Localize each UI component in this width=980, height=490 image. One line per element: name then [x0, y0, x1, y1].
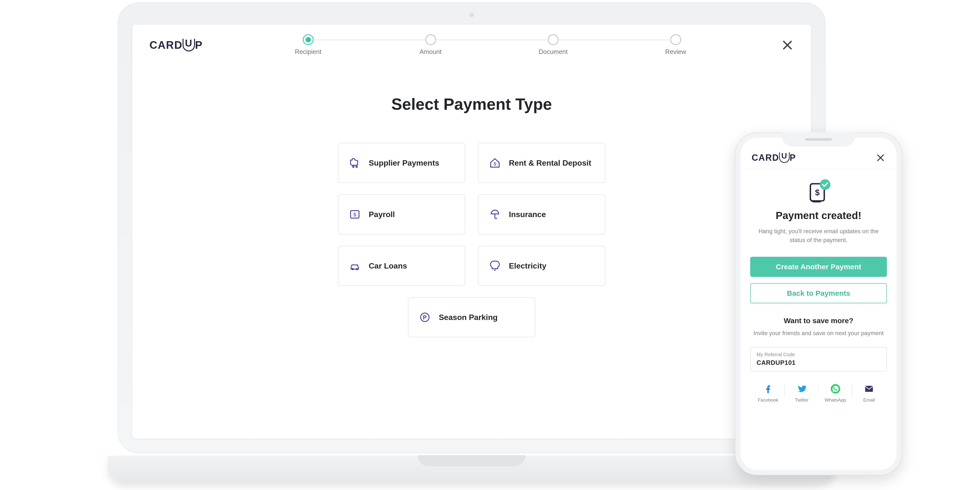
create-another-payment-button[interactable]: Create Another Payment — [750, 257, 887, 277]
back-to-payments-button[interactable]: Back to Payments — [750, 283, 887, 303]
svg-point-0 — [353, 166, 354, 167]
car-icon — [349, 260, 360, 272]
laptop-base — [108, 456, 835, 483]
brand-logo[interactable]: CARDUP — [150, 39, 203, 51]
share-whatsapp[interactable]: WhatsApp — [819, 384, 852, 403]
phone-speaker-icon — [805, 138, 832, 141]
phone-mockup: CARDUP $ Payment created! H — [735, 132, 902, 475]
supplier-icon — [349, 157, 360, 169]
payment-type-electricity[interactable]: Electricity — [478, 246, 605, 286]
phone-main: $ Payment created! Hang tight, you'll re… — [740, 169, 897, 412]
close-button[interactable] — [781, 39, 794, 51]
payment-type-rent[interactable]: $ Rent & Rental Deposit — [478, 143, 605, 183]
laptop-main: Select Payment Type Supplier Payments $ … — [132, 56, 811, 337]
phone-viewport: CARDUP $ Payment created! H — [740, 138, 897, 470]
payment-type-supplier-payments[interactable]: Supplier Payments — [338, 143, 465, 183]
svg-text:$: $ — [494, 161, 496, 166]
share-row: Facebook Twitter WhatsApp — [750, 384, 887, 412]
payment-type-car-loans[interactable]: Car Loans — [338, 246, 465, 286]
laptop-screen-bezel: CARDUP Recipient Amount Document — [118, 2, 826, 453]
svg-text:$: $ — [815, 188, 820, 197]
facebook-icon — [763, 384, 773, 394]
step-amount[interactable]: Amount — [369, 34, 492, 56]
payment-type-label: Car Loans — [369, 261, 407, 270]
twitter-icon — [797, 384, 807, 394]
laptop-trackpad-notch — [418, 455, 525, 466]
laptop-camera-icon — [469, 13, 474, 17]
payment-type-label: Payroll — [369, 210, 395, 219]
share-email[interactable]: Email — [852, 384, 886, 403]
payment-type-insurance[interactable]: Insurance — [478, 194, 605, 234]
laptop-viewport: CARDUP Recipient Amount Document — [132, 24, 811, 439]
save-more-subtitle: Invite your friends and save on next you… — [750, 329, 887, 337]
share-facebook[interactable]: Facebook — [751, 384, 785, 403]
laptop-header: CARDUP Recipient Amount Document — [132, 24, 811, 56]
step-dot-icon — [425, 34, 436, 45]
referral-code-value: CARDUP101 — [757, 359, 881, 366]
payment-type-label: Insurance — [509, 210, 546, 219]
laptop-mockup: CARDUP Recipient Amount Document — [108, 2, 835, 483]
step-label: Document — [539, 48, 568, 56]
step-document[interactable]: Document — [492, 34, 614, 56]
payment-type-payroll[interactable]: $ Payroll — [338, 194, 465, 234]
share-twitter[interactable]: Twitter — [785, 384, 819, 403]
close-icon — [876, 153, 885, 163]
payment-type-label: Season Parking — [439, 313, 498, 322]
payment-type-grid: Supplier Payments $ Rent & Rental Deposi… — [132, 143, 811, 337]
email-icon — [864, 384, 874, 394]
close-icon — [781, 39, 794, 51]
svg-text:P: P — [423, 314, 426, 321]
brand-logo[interactable]: CARDUP — [752, 153, 796, 163]
payment-type-label: Rent & Rental Deposit — [509, 159, 591, 167]
phone-notch — [782, 132, 855, 146]
step-dot-icon — [670, 34, 681, 45]
payment-success-icon: $ — [806, 179, 831, 204]
parking-icon: P — [419, 312, 431, 323]
step-review[interactable]: Review — [614, 34, 737, 56]
share-label: Email — [863, 398, 875, 403]
close-button[interactable] — [876, 153, 885, 163]
step-dot-icon — [548, 34, 558, 45]
step-label: Recipient — [295, 48, 321, 56]
svg-text:$: $ — [353, 212, 356, 217]
insurance-icon — [489, 209, 501, 220]
whatsapp-icon — [830, 384, 841, 394]
step-label: Review — [665, 48, 686, 56]
page-title: Select Payment Type — [132, 95, 811, 113]
electricity-icon — [489, 260, 501, 272]
payment-type-season-parking[interactable]: P Season Parking — [408, 297, 535, 337]
payment-type-label: Supplier Payments — [369, 159, 439, 167]
referral-code-label: My Referral Code — [757, 352, 881, 358]
step-recipient[interactable]: Recipient — [247, 34, 369, 56]
save-more-title: Want to save more? — [750, 317, 887, 325]
phone-subtitle: Hang tight, you'll receive email updates… — [750, 227, 887, 245]
share-label: Facebook — [758, 398, 778, 403]
step-dot-icon — [303, 34, 313, 45]
phone-title: Payment created! — [750, 210, 887, 221]
phone-body: CARDUP $ Payment created! H — [735, 132, 902, 475]
share-label: Twitter — [795, 398, 808, 403]
referral-code-box[interactable]: My Referral Code CARDUP101 — [750, 347, 887, 371]
share-label: WhatsApp — [825, 398, 846, 403]
step-label: Amount — [420, 48, 442, 56]
payroll-icon: $ — [349, 209, 360, 220]
rent-icon: $ — [489, 157, 501, 169]
progress-stepper: Recipient Amount Document Review — [217, 34, 766, 56]
payment-type-label: Electricity — [509, 261, 546, 270]
svg-point-1 — [356, 166, 358, 167]
